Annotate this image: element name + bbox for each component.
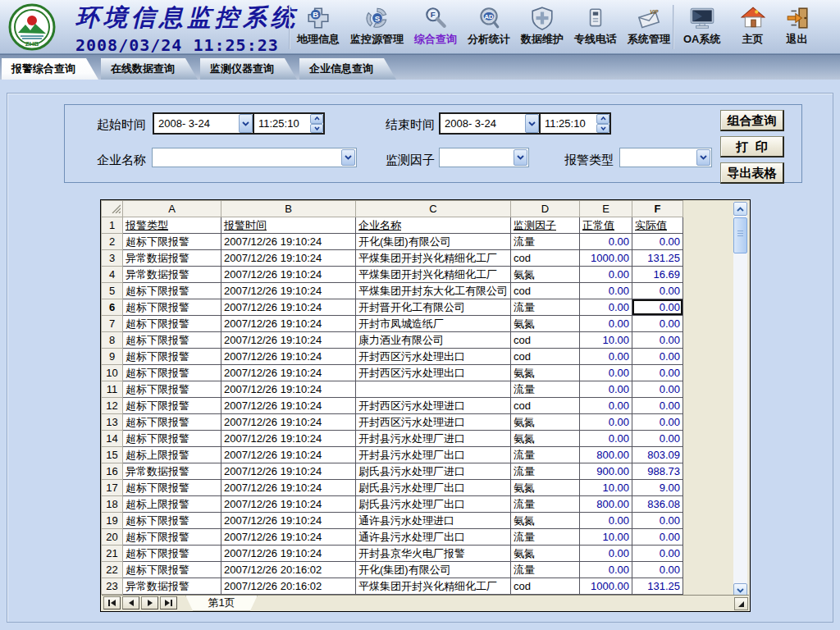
cell-company-name[interactable]: 开封西区污水处理进口 <box>356 398 511 414</box>
cell-normal-value[interactable]: 0.00 <box>580 398 632 414</box>
cell-alarm-type[interactable]: 超标下限报警 <box>123 546 221 562</box>
cell-normal-value[interactable]: 900.00 <box>580 463 632 480</box>
alarm-type-combobox[interactable] <box>619 148 712 167</box>
cell-monitor-factor[interactable]: 氨氮 <box>511 316 580 332</box>
print-button[interactable]: 打 印 <box>720 136 784 158</box>
company-combobox[interactable] <box>152 148 357 167</box>
cell-alarm-type[interactable]: 超标下限报警 <box>123 480 221 496</box>
cell-company-name[interactable]: 开封西区污水处理进口 <box>356 414 511 431</box>
cell-actual-value[interactable]: 16.69 <box>632 267 683 283</box>
cell-alarm-type[interactable]: 超标下限报警 <box>123 529 221 546</box>
cell-company-name[interactable]: 开封西区污水处理出口 <box>356 349 511 365</box>
row-header-18[interactable]: 18 <box>102 496 123 513</box>
cell-alarm-type[interactable]: 异常数据报警 <box>123 250 221 267</box>
cell-company-name[interactable]: 平煤集团开封兴化精细化工厂 <box>356 578 511 595</box>
cell-company-name[interactable]: 开化(集团)有限公司 <box>356 234 511 250</box>
factor-combobox[interactable] <box>439 148 529 167</box>
cell-actual-value[interactable]: 0.00 <box>632 316 683 332</box>
cell-alarm-time[interactable]: 2007/12/26 19:10:24 <box>221 365 356 381</box>
cell-company-name[interactable]: 开封西区污水处理出口 <box>356 365 511 381</box>
column-header-F[interactable]: F <box>632 201 683 217</box>
cell-alarm-type[interactable]: 超标下限报警 <box>123 562 221 578</box>
cell-company-name[interactable] <box>356 381 511 398</box>
cell-normal-value[interactable]: 0.00 <box>580 513 632 529</box>
spin-down-button[interactable] <box>596 124 609 134</box>
column-header-B[interactable]: B <box>221 201 356 217</box>
cell-normal-value[interactable]: 10.00 <box>580 480 632 496</box>
alarm-type-dropdown-button[interactable] <box>696 149 710 166</box>
cell-alarm-time[interactable]: 2007/12/26 20:16:02 <box>221 578 356 595</box>
cell-actual-value[interactable]: 803.09 <box>632 447 683 463</box>
cell-normal-value[interactable]: 1000.00 <box>580 578 632 595</box>
scroll-up-button[interactable] <box>733 202 747 216</box>
cell-monitor-factor[interactable]: 流量 <box>511 381 580 398</box>
cell-alarm-type[interactable]: 超标下限报警 <box>123 332 221 349</box>
cell-monitor-factor[interactable]: 氨氮 <box>511 365 580 381</box>
toolbar-item-数据维护[interactable]: 数据维护 <box>521 4 564 47</box>
toolbar-item-退出[interactable]: 退出 <box>785 4 810 47</box>
cell-monitor-factor[interactable]: cod <box>511 332 580 349</box>
row-header-8[interactable]: 8 <box>102 332 123 349</box>
cell-company-name[interactable]: 尉氏县污水处理厂进口 <box>356 463 511 480</box>
cell-alarm-type[interactable]: 超标下限报警 <box>123 234 221 250</box>
cell-company-name[interactable]: 开封县污水处理厂出口 <box>356 447 511 463</box>
cell-alarm-time[interactable]: 2007/12/26 19:10:24 <box>221 496 356 513</box>
cell-monitor-factor[interactable]: 氨氮 <box>511 414 580 431</box>
field-header-cell[interactable]: 监测因子 <box>511 217 580 234</box>
cell-monitor-factor[interactable]: cod <box>511 349 580 365</box>
cell-monitor-factor[interactable]: 氨氮 <box>511 267 580 283</box>
toolbar-item-系统管理[interactable]: VIP系统管理 <box>628 4 670 47</box>
cell-normal-value[interactable]: 0.00 <box>580 431 632 447</box>
cell-monitor-factor[interactable]: 流量 <box>511 463 580 480</box>
cell-company-name[interactable]: 尉氏县污水处理厂出口 <box>356 496 511 513</box>
cell-actual-value[interactable]: 0.00 <box>632 283 683 299</box>
cell-alarm-type[interactable]: 异常数据报警 <box>123 267 221 283</box>
cell-alarm-time[interactable]: 2007/12/26 19:10:24 <box>221 316 356 332</box>
cell-alarm-type[interactable]: 超标下限报警 <box>123 381 221 398</box>
cell-company-name[interactable]: 开封晋开化工有限公司 <box>356 299 511 316</box>
row-header-3[interactable]: 3 <box>102 250 123 267</box>
row-header-16[interactable]: 16 <box>102 463 123 480</box>
export-table-button[interactable]: 导出表格 <box>720 162 784 184</box>
cell-monitor-factor[interactable]: 氨氮 <box>511 513 580 529</box>
grid-resize-button[interactable] <box>734 597 748 610</box>
cell-company-name[interactable]: 平煤集团开封兴化精细化工厂 <box>356 250 511 267</box>
company-dropdown-button[interactable] <box>341 149 355 166</box>
cell-alarm-time[interactable]: 2007/12/26 19:10:24 <box>221 529 356 546</box>
cell-actual-value[interactable]: 836.08 <box>632 496 683 513</box>
field-header-cell[interactable]: 报警类型 <box>123 217 221 234</box>
row-header-9[interactable]: 9 <box>102 349 123 365</box>
cell-monitor-factor[interactable]: cod <box>511 398 580 414</box>
scrollbar-thumb[interactable] <box>733 217 747 253</box>
tab-报警综合查询[interactable]: 报警综合查询 <box>2 58 98 80</box>
cell-normal-value[interactable]: 0.00 <box>580 267 632 283</box>
column-header-D[interactable]: D <box>511 201 580 217</box>
cell-normal-value[interactable]: 0.00 <box>580 414 632 431</box>
cell-normal-value[interactable]: 0.00 <box>580 316 632 332</box>
cell-alarm-type[interactable]: 超标上限报警 <box>123 496 221 513</box>
pager-next-button[interactable] <box>141 596 158 609</box>
cell-actual-value[interactable]: 0.00 <box>632 349 683 365</box>
cell-normal-value[interactable]: 0.00 <box>580 234 632 250</box>
cell-normal-value[interactable]: 1000.00 <box>580 250 632 267</box>
cell-alarm-time[interactable]: 2007/12/26 19:10:24 <box>221 414 356 431</box>
cell-actual-value[interactable]: 131.25 <box>632 578 683 595</box>
cell-actual-value[interactable]: 0.00 <box>632 513 683 529</box>
column-header-A[interactable]: A <box>123 201 221 217</box>
spin-up-button[interactable] <box>310 114 323 124</box>
cell-alarm-type[interactable]: 超标下限报警 <box>123 414 221 431</box>
cell-actual-value[interactable]: 0.00 <box>632 529 683 546</box>
cell-monitor-factor[interactable]: 流量 <box>511 234 580 250</box>
cell-alarm-time[interactable]: 2007/12/26 19:10:24 <box>221 283 356 299</box>
active-cell[interactable]: 0.00 <box>632 299 683 316</box>
cell-alarm-type[interactable]: 超标下限报警 <box>123 513 221 529</box>
cell-actual-value[interactable]: 9.00 <box>632 480 683 496</box>
row-header-21[interactable]: 21 <box>102 546 123 562</box>
tab-企业信息查询[interactable]: 企业信息查询 <box>299 58 396 80</box>
toolbar-item-综合查询[interactable]: F综合查询 <box>414 4 457 47</box>
row-header-20[interactable]: 20 <box>102 529 123 546</box>
cell-actual-value[interactable]: 0.00 <box>632 398 683 414</box>
cell-actual-value[interactable]: 988.73 <box>632 463 683 480</box>
cell-company-name[interactable]: 平煤集团开封东大化工有限公司 <box>356 283 511 299</box>
row-header-19[interactable]: 19 <box>102 513 123 529</box>
